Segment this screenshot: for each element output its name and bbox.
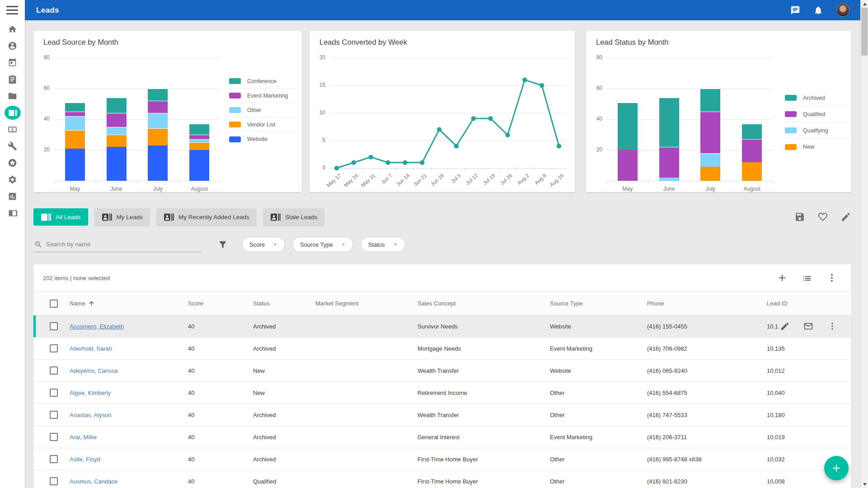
bar-segment-website [65,149,85,181]
row-checkbox[interactable] [50,411,58,419]
table-body: Accornero, Elizabeth40ArchivedSurvivor N… [33,315,851,488]
tab-my-leads[interactable]: My Leads [94,208,150,225]
table-row[interactable]: Accornero, Elizabeth40ArchivedSurvivor N… [33,315,851,338]
row-checkbox-cell [33,455,70,463]
bar-segment-conference [65,103,85,112]
lead-name-link[interactable]: Accornero, Elizabeth [70,323,124,330]
column-header-score[interactable]: Score [188,300,253,307]
row-checkbox[interactable] [50,389,58,397]
row-checkbox[interactable] [50,455,58,463]
legend-swatch [785,95,797,101]
filter-score[interactable]: Score [242,237,285,252]
x-axis-category-label: June [96,186,137,192]
y-axis-tick-label: 40 [33,116,50,122]
mail-icon[interactable] [803,321,813,331]
sidebar-item-tasks[interactable] [8,75,17,84]
table-row[interactable]: Aderhold, Sarah40ArchivedMortgage NeedsE… [33,338,851,360]
legend-swatch [229,122,241,127]
source-type-cell: Event Marketing [550,434,647,441]
lead-name-link[interactable]: Adeyemo, Carissa [70,367,117,374]
sidebar-item-reports[interactable] [8,192,17,201]
column-header-status[interactable]: Status [253,300,315,307]
tab-all-leads[interactable]: All Leads [33,208,88,225]
column-header-phone[interactable]: Phone [647,300,767,307]
sidebar-item-leads[interactable] [5,106,21,120]
vertical-scrollbar[interactable] [860,0,868,488]
column-header-market-segment[interactable]: Market Segment [315,300,418,307]
lead-name-cell: Aderhold, Sarah [70,345,188,352]
tab-my-recently-added-leads[interactable]: My Recently Added Leads [156,208,257,225]
lead-name-link[interactable]: Ausmus, Candace [70,478,117,485]
more-vert-icon[interactable] [827,321,837,331]
filter-status[interactable]: Status [361,237,405,252]
source-type-cell: Other [550,456,647,463]
scrollbar-thumb[interactable] [861,8,868,56]
column-header-lead-id[interactable]: Lead ID [767,300,851,307]
column-header-name[interactable]: Name [70,300,188,307]
more-vert-icon[interactable] [826,272,837,283]
column-header-label: Name [70,300,85,307]
select-all-checkbox[interactable] [50,300,58,308]
table-row[interactable]: Anastas, Alyson40ArchivedWealth Transfer… [33,404,851,426]
avatar[interactable] [836,4,849,17]
scroll-down-icon[interactable] [861,480,868,488]
lead-name-link[interactable]: Aderhold, Sarah [70,345,112,352]
filter-icon[interactable] [218,239,228,249]
sidebar-item-favorites[interactable] [8,158,17,168]
row-checkbox[interactable] [50,344,58,352]
column-header-sales-concept[interactable]: Sales Concept [418,300,550,307]
sidebar-item-tools[interactable] [8,141,17,151]
lead-name-link[interactable]: Anastas, Alyson [70,412,112,418]
legend-label: New [803,144,814,150]
add-lead-fab[interactable] [824,456,849,480]
tab-stale-leads[interactable]: Stale Leads [263,208,324,225]
score-cell: 40 [188,323,253,330]
legend-label: Website [247,136,267,142]
x-axis-tick-text: Jul 26 [499,173,513,186]
favorite-icon[interactable] [817,211,828,222]
notifications-icon[interactable] [813,5,823,15]
row-checkbox[interactable] [50,322,58,330]
scroll-up-icon[interactable] [861,0,868,8]
table-row[interactable]: Ausmus, Candace40QualifiedFirst-Time Hom… [33,470,851,488]
selected-row-indicator [33,315,36,337]
bar-segment-website [107,147,127,181]
bar-segment-vendor-list [148,128,168,145]
legend-item: Qualifying [785,122,853,139]
chat-icon[interactable] [790,5,800,15]
edit-icon[interactable] [780,321,790,331]
column-header-source-type[interactable]: Source Type [550,300,647,307]
menu-icon[interactable] [6,6,18,15]
row-checkbox[interactable] [50,366,58,375]
tab-label: All Leads [56,214,81,221]
lead-id-cell: 10,135 [767,345,851,352]
table-row[interactable]: Astle, Floyd40ArchivedFirst-Time Home Bu… [33,448,851,470]
table-row[interactable]: Arai, Millie40ArchivedGeneral InterestEv… [33,426,851,448]
row-checkbox-cell [33,322,70,330]
legend-swatch [785,111,797,117]
tab-label: Stale Leads [285,214,317,221]
filter-source-type[interactable]: Source Type [292,237,353,252]
row-checkbox[interactable] [50,433,58,441]
sidebar-item-library[interactable] [8,208,17,218]
sidebar-item-billing[interactable] [8,125,17,134]
sidebar-item-settings[interactable] [8,175,17,184]
table-row[interactable]: Adeyemo, Carissa40NewWealth TransferWebs… [33,360,851,382]
lead-name-link[interactable]: Arai, Millie [70,434,97,441]
save-icon[interactable] [794,211,805,222]
table-row[interactable]: Algee, Kimberly40NewRetirement IncomeOth… [33,382,851,404]
lead-name-link[interactable]: Astle, Floyd [70,456,100,463]
search-input[interactable] [46,241,201,248]
sidebar-item-calendar[interactable] [8,58,17,67]
status-cell: New [253,389,315,396]
sidebar-item-home[interactable] [8,24,17,34]
data-point [368,155,373,159]
chevron-down-icon [271,240,279,249]
add-icon[interactable] [777,272,788,283]
sidebar-item-folder[interactable] [8,91,17,101]
edit-icon[interactable] [840,211,851,222]
lead-name-link[interactable]: Algee, Kimberly [70,389,111,396]
sidebar-item-account[interactable] [8,41,17,51]
row-checkbox[interactable] [50,477,58,485]
view-list-icon[interactable] [802,272,812,283]
